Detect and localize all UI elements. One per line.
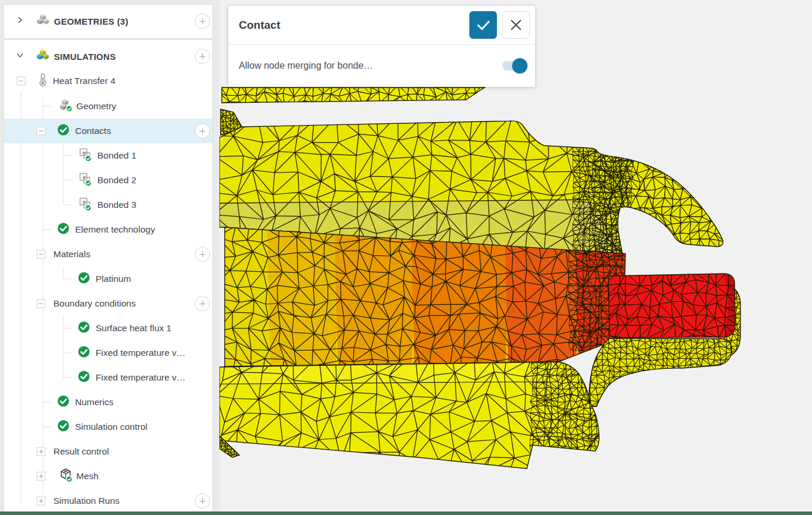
tree-item-heat-transfer-4[interactable]: Heat Transfer 4 — [4, 69, 212, 93]
confirm-button[interactable] — [469, 11, 497, 39]
tree-item-label: Bonded 3 — [97, 200, 136, 210]
check-icon — [78, 321, 90, 336]
tree-item-label: Fixed temperature v… — [96, 372, 185, 383]
collapse-box[interactable] — [37, 250, 46, 259]
tree-item-materials[interactable]: Materials — [4, 242, 212, 267]
tree-item-label: Simulation control — [75, 422, 147, 432]
cubes-check-icon — [59, 97, 74, 115]
toggle-knob — [512, 58, 527, 73]
tree-item-label: Geometry — [76, 101, 116, 112]
node-merging-toggle[interactable] — [502, 60, 526, 71]
add-button[interactable] — [195, 296, 210, 311]
tree-item-label: Platinum — [96, 274, 131, 284]
bonded-icon — [78, 147, 93, 164]
tree-item-bonded-1[interactable]: Bonded 1 — [4, 143, 212, 168]
section-label: GEOMETRIES (3) — [54, 16, 128, 26]
tree-item-numerics[interactable]: Numerics — [4, 390, 212, 415]
tree-item-result-control[interactable]: Result control — [4, 439, 212, 464]
tree-item-simulation-runs[interactable]: Simulation Runs — [4, 489, 212, 511]
tree-item-label: Numerics — [75, 397, 113, 408]
chevron-down-icon[interactable] — [16, 51, 24, 62]
simulations-panel: SIMULATIONSHeat Transfer 4 GeometryConta… — [4, 40, 212, 511]
collapse-box[interactable] — [17, 77, 26, 86]
close-icon — [503, 12, 529, 38]
dialog-header: Contact — [228, 6, 535, 45]
check-icon — [57, 395, 70, 410]
chevron-right-icon[interactable] — [16, 16, 24, 26]
section-geometries-3[interactable]: GEOMETRIES (3) — [4, 5, 212, 38]
add-button[interactable] — [195, 493, 210, 509]
tree-item-surface-heat-flux-1[interactable]: Surface heat flux 1 — [4, 316, 212, 341]
cubes-color-icon — [36, 48, 50, 65]
add-button[interactable] — [195, 247, 210, 262]
check-icon — [470, 12, 496, 38]
check-icon — [57, 223, 70, 237]
tree-item-contacts[interactable]: Contacts — [4, 119, 212, 143]
dialog-body: Allow node merging for bonde… — [228, 45, 535, 86]
add-button[interactable] — [195, 14, 210, 29]
tree-item-label: Mesh — [76, 471, 99, 482]
tree-item-mesh[interactable]: Mesh — [4, 464, 212, 489]
tree-item-bonded-2[interactable]: Bonded 2 — [4, 168, 212, 193]
status-bar — [0, 511, 812, 515]
add-button[interactable] — [195, 123, 210, 139]
expand-box[interactable] — [37, 447, 46, 456]
expand-box[interactable] — [37, 472, 46, 481]
cubes-gray-icon — [36, 13, 50, 29]
bonded-icon — [78, 171, 93, 189]
tree-item-bonded-3[interactable]: Bonded 3 — [4, 193, 212, 217]
close-button[interactable] — [502, 11, 530, 39]
tree-item-label: Element technology — [75, 224, 155, 235]
expand-box[interactable] — [37, 497, 46, 506]
section-simulations[interactable]: SIMULATIONS — [4, 40, 212, 73]
bonded-icon — [78, 196, 93, 214]
collapse-box[interactable] — [37, 127, 46, 136]
tree-item-fixed-temperature-v[interactable]: Fixed temperature v… — [4, 365, 212, 390]
tree-item-label: Surface heat flux 1 — [96, 323, 171, 334]
tree-item-element-technology[interactable]: Element technology — [4, 217, 212, 242]
dialog-title: Contact — [239, 19, 280, 32]
check-icon — [78, 272, 90, 287]
tree-item-fixed-temperature-v[interactable]: Fixed temperature v… — [4, 341, 212, 365]
contact-dialog: Contact Allow node merging for bonde… — [228, 6, 535, 87]
tree-item-boundary-conditions[interactable]: Boundary conditions — [4, 291, 212, 316]
add-button[interactable] — [195, 49, 210, 64]
mesh-check-icon — [59, 467, 74, 485]
tree-item-label: Simulation Runs — [53, 496, 120, 506]
tree-item-label: Boundary conditions — [53, 298, 136, 309]
section-label: SIMULATIONS — [54, 52, 116, 62]
tree-item-label: Fixed temperature v… — [96, 348, 185, 358]
tree-item-label: Materials — [53, 249, 90, 260]
thermometer-icon — [37, 72, 49, 90]
tree-item-label: Heat Transfer 4 — [53, 76, 116, 86]
check-icon — [57, 420, 70, 435]
tree-item-label: Contacts — [75, 126, 111, 136]
check-icon — [78, 371, 90, 385]
check-icon — [57, 124, 70, 139]
tree-item-geometry[interactable]: Geometry — [4, 94, 212, 119]
tree-item-platinum[interactable]: Platinum — [4, 267, 212, 291]
check-icon — [78, 346, 90, 361]
tree-item-label: Bonded 1 — [97, 150, 136, 161]
tree-item-label: Result control — [53, 446, 109, 457]
tree-item-simulation-control[interactable]: Simulation control — [4, 415, 212, 439]
tree-item-label: Bonded 2 — [97, 175, 136, 186]
setting-label: Allow node merging for bonde… — [239, 60, 373, 71]
collapse-box[interactable] — [37, 299, 46, 308]
geometries-panel: GEOMETRIES (3) — [4, 5, 212, 38]
